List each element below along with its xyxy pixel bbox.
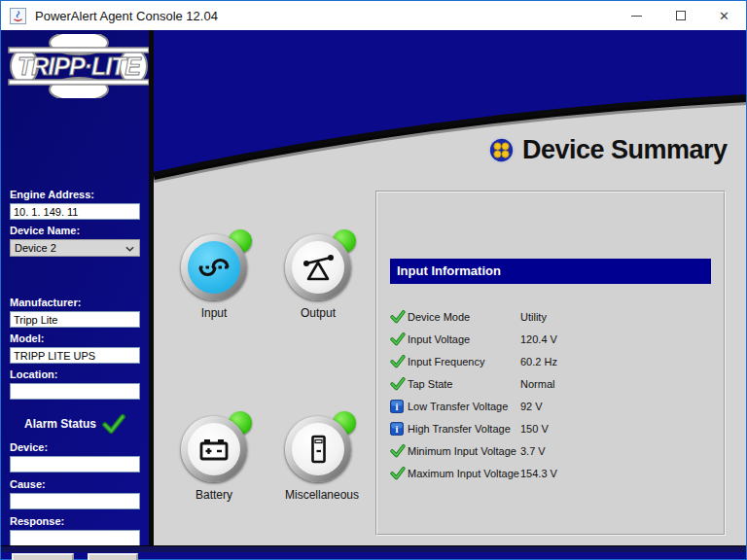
- input-icon: [188, 241, 240, 294]
- title-bar: PowerAlert Agent Console 12.04 ✕: [1, 1, 746, 30]
- location-input[interactable]: [10, 383, 140, 400]
- info-value: 120.4 V: [520, 333, 557, 345]
- close-icon: ✕: [719, 10, 729, 22]
- app-body: TRIPP·LITE Status: [1, 30, 746, 552]
- svg-text:TRIPP·LITE: TRIPP·LITE: [18, 52, 142, 80]
- output-icon: [292, 241, 344, 294]
- info-value: Utility: [520, 311, 547, 323]
- info-label: Input Frequency: [408, 356, 520, 368]
- output-button[interactable]: Output: [285, 234, 351, 320]
- battery-icon: [188, 423, 240, 475]
- info-value: 154.3 V: [520, 468, 557, 479]
- model-input[interactable]: [10, 347, 140, 364]
- info-row: Minimum Input Voltage 3.7 V: [377, 439, 724, 462]
- battery-button[interactable]: Battery: [181, 416, 247, 502]
- check-icon: [390, 467, 406, 480]
- battery-label: Battery: [181, 488, 247, 502]
- input-label: Input: [181, 306, 247, 320]
- device-button[interactable]: Device: [12, 553, 74, 560]
- manufacturer-input[interactable]: [10, 311, 140, 328]
- sidebar: Engine Address: Device Name: Device 2 Ma…: [1, 157, 149, 552]
- device-label: Device:: [10, 441, 140, 453]
- output-label: Output: [285, 306, 351, 320]
- alarm-status-label: Alarm Status: [24, 417, 96, 431]
- device-name-select[interactable]: Device 2: [10, 239, 140, 257]
- miscellaneous-icon: [292, 423, 344, 475]
- info-row: Device Mode Utility: [377, 305, 724, 328]
- engine-address-label: Engine Address:: [10, 189, 140, 200]
- info-value: 3.7 V: [520, 445, 546, 457]
- info-row: i High Transfer Voltage 150 V: [377, 417, 724, 439]
- sidebar-logs-button[interactable]: Logs: [88, 553, 138, 560]
- response-label: Response:: [10, 515, 140, 527]
- info-value: 60.2 Hz: [520, 356, 557, 368]
- cause-label: Cause:: [10, 478, 140, 490]
- miscellaneous-button[interactable]: Miscellaneous: [285, 416, 351, 502]
- location-label: Location:: [10, 368, 140, 380]
- minimize-button[interactable]: [615, 1, 658, 30]
- info-label: Maximum Input Voltage: [408, 468, 520, 479]
- info-label: Minimum Input Voltage: [408, 445, 520, 457]
- info-row: Maximum Input Voltage 154.3 V: [377, 462, 724, 484]
- svg-text:i: i: [396, 423, 399, 434]
- input-button[interactable]: Input: [181, 234, 247, 320]
- info-label: Tap State: [408, 378, 520, 390]
- info-icon: i: [390, 400, 404, 413]
- check-icon: [390, 444, 406, 458]
- manufacturer-label: Manufacturer:: [10, 297, 140, 308]
- check-icon: [390, 377, 406, 391]
- info-row: i Low Transfer Voltage 92 V: [377, 395, 724, 417]
- device-input[interactable]: [10, 456, 140, 472]
- check-icon: [390, 355, 406, 368]
- window-title: PowerAlert Agent Console 12.04: [35, 9, 218, 23]
- close-button[interactable]: ✕: [702, 1, 746, 30]
- maximize-button[interactable]: [658, 1, 702, 30]
- device-summary-icon: [487, 136, 516, 164]
- check-icon: [390, 332, 406, 346]
- response-input[interactable]: [10, 530, 140, 546]
- cause-input[interactable]: [10, 493, 140, 509]
- info-row: Input Frequency 60.2 Hz: [377, 350, 724, 372]
- device-name-value: Device 2: [15, 242, 56, 254]
- app-window: PowerAlert Agent Console 12.04 ✕ TRIPP·L…: [0, 0, 747, 560]
- bottom-bar: [1, 545, 746, 552]
- info-label: Device Mode: [408, 311, 520, 323]
- minimize-icon: [631, 16, 642, 17]
- info-label: High Transfer Voltage: [408, 423, 520, 435]
- check-icon: [390, 310, 406, 324]
- info-value: 92 V: [520, 401, 543, 412]
- miscellaneous-label: Miscellaneous: [285, 488, 351, 502]
- java-app-icon: [10, 8, 26, 24]
- input-information-panel: Input Information Device: [375, 191, 726, 536]
- model-label: Model:: [10, 332, 140, 344]
- chevron-down-icon: [125, 242, 134, 254]
- info-label: Input Voltage: [408, 333, 520, 345]
- alarm-status-check-icon: [102, 414, 125, 434]
- info-value: 150 V: [520, 423, 549, 435]
- panel-title: Input Information: [390, 259, 711, 284]
- tripp-lite-logo: TRIPP·LITE: [7, 34, 151, 98]
- info-icon: i: [390, 422, 404, 436]
- info-row: Tap State Normal: [377, 372, 724, 395]
- svg-text:i: i: [396, 401, 399, 411]
- page-title: Device Summary: [522, 135, 728, 165]
- info-rows: Device Mode Utility: [377, 305, 724, 484]
- maximize-icon: [676, 11, 686, 20]
- device-name-label: Device Name:: [10, 225, 140, 236]
- info-row: Input Voltage 120.4 V: [377, 328, 724, 350]
- info-label: Low Transfer Voltage: [408, 401, 520, 412]
- info-value: Normal: [520, 378, 554, 390]
- main-content: Device Summary Input: [149, 30, 746, 552]
- engine-address-input[interactable]: [10, 203, 140, 220]
